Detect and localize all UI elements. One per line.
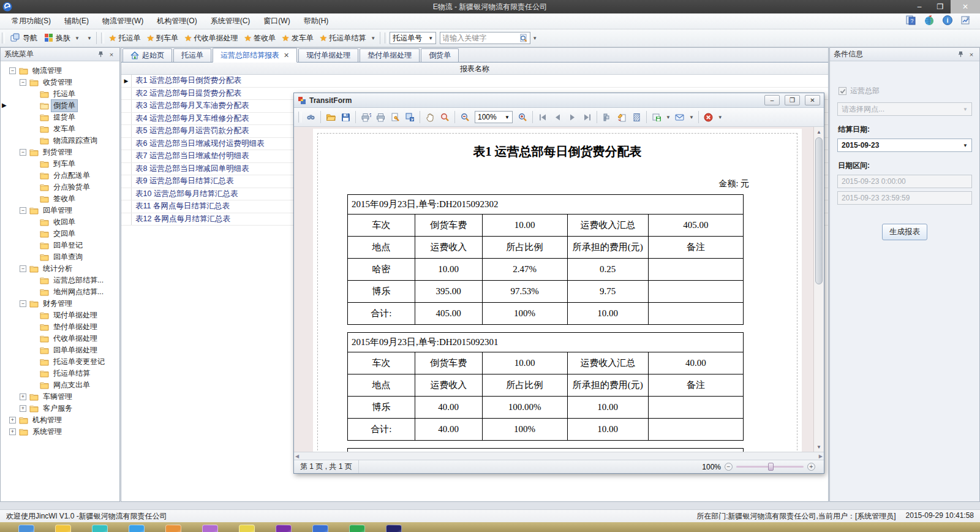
print-icon[interactable] bbox=[373, 110, 388, 124]
taskbar-icon-2[interactable] bbox=[92, 525, 108, 532]
taskbar-icon-5[interactable] bbox=[202, 525, 218, 532]
pan-icon[interactable] bbox=[423, 110, 437, 124]
taskbar-icon-8[interactable] bbox=[312, 525, 328, 532]
taskbar-icon-3[interactable] bbox=[129, 525, 145, 532]
menu-item-4[interactable]: 系统管理(C) bbox=[204, 13, 257, 29]
hq-checkbox[interactable] bbox=[839, 87, 846, 95]
zoom-out-icon[interactable] bbox=[458, 110, 472, 124]
dropdown-icon[interactable]: ▼ bbox=[687, 115, 696, 120]
find-icon[interactable] bbox=[303, 110, 318, 124]
tree-item-提货单[interactable]: 提货单 bbox=[1, 112, 119, 123]
favorite-2[interactable]: ★代收单据处理 bbox=[181, 31, 241, 45]
tab-close-icon[interactable]: ✕ bbox=[284, 51, 289, 59]
open-icon[interactable] bbox=[323, 110, 338, 124]
menu-item-6[interactable]: 帮助(H) bbox=[297, 13, 336, 29]
page-setup-icon[interactable] bbox=[388, 110, 402, 124]
pin-icon[interactable] bbox=[956, 50, 965, 59]
bookmark-icon[interactable] bbox=[600, 110, 614, 124]
search-input[interactable] bbox=[442, 34, 519, 42]
minimize-button[interactable]: – bbox=[909, 0, 930, 13]
zoom-slider[interactable] bbox=[736, 466, 804, 468]
collapse-icon[interactable]: − bbox=[9, 67, 16, 74]
taskbar-icon-6[interactable] bbox=[239, 525, 255, 532]
scroll-thumb[interactable] bbox=[815, 137, 823, 284]
menu-item-3[interactable]: 机构管理(O) bbox=[150, 13, 203, 29]
expand-icon[interactable]: + bbox=[20, 405, 26, 412]
globe-icon[interactable] bbox=[924, 15, 935, 26]
search-icon[interactable] bbox=[519, 34, 528, 43]
tf-close-button[interactable]: ✕ bbox=[805, 95, 820, 105]
navigate-button[interactable]: 导航 bbox=[7, 31, 41, 45]
tree-item-倒货单[interactable]: 倒货单 bbox=[1, 100, 119, 112]
expand-icon[interactable]: + bbox=[9, 428, 16, 435]
tab-现付单据处理[interactable]: 现付单据处理 bbox=[298, 48, 358, 62]
expand-icon[interactable]: + bbox=[9, 417, 16, 424]
pin-icon[interactable] bbox=[96, 50, 105, 59]
close-red-icon[interactable] bbox=[701, 110, 716, 124]
horizontal-scrollbar[interactable]: ◀ ▶ bbox=[294, 452, 824, 460]
skin-dropdown-icon[interactable]: ▼ bbox=[73, 36, 81, 41]
tree-item-分点配送单[interactable]: 分点配送单 bbox=[1, 170, 119, 181]
close-button[interactable]: ✕ bbox=[951, 0, 980, 13]
next-page-icon[interactable] bbox=[565, 110, 579, 124]
tree-item-代收单据处理[interactable]: 代收单据处理 bbox=[1, 333, 119, 344]
tree-item-到车单[interactable]: 到车单 bbox=[1, 158, 119, 170]
skin-button[interactable]: 换肤 ▼ bbox=[41, 31, 85, 45]
first-page-icon[interactable] bbox=[535, 110, 550, 124]
search-overflow-icon[interactable]: ▼ bbox=[530, 36, 539, 41]
tree-item-到货管理[interactable]: −到货管理 bbox=[1, 146, 119, 158]
tab-倒货单[interactable]: 倒货单 bbox=[421, 48, 459, 62]
menu-item-1[interactable]: 辅助(E) bbox=[58, 13, 96, 29]
favorite-5[interactable]: ★托运单结算 bbox=[317, 31, 369, 45]
tree-item-回单登记[interactable]: 回单登记 bbox=[1, 240, 119, 251]
tree-item-签收单[interactable]: 签收单 bbox=[1, 193, 119, 205]
watermark-icon[interactable] bbox=[629, 110, 644, 124]
tree-item-托运单结算[interactable]: 托运单结算 bbox=[1, 368, 119, 379]
zoom-select-icon[interactable] bbox=[437, 110, 452, 124]
scroll-up-icon[interactable]: ▲ bbox=[814, 127, 824, 137]
tf-minimize-button[interactable]: – bbox=[764, 95, 780, 105]
tree-item-回单单据处理[interactable]: 回单单据处理 bbox=[1, 344, 119, 356]
menu-item-0[interactable]: 常用功能(S) bbox=[5, 13, 58, 29]
menu-item-5[interactable]: 窗口(W) bbox=[257, 13, 296, 29]
prev-page-icon[interactable] bbox=[550, 110, 565, 124]
scroll-right-icon[interactable]: ▶ bbox=[819, 454, 823, 459]
zoom-level-select[interactable]: 100%▼ bbox=[475, 111, 513, 123]
email-icon[interactable] bbox=[673, 110, 687, 124]
tree-item-发车单[interactable]: 发车单 bbox=[1, 123, 119, 135]
restore-button[interactable]: ❐ bbox=[930, 0, 951, 13]
tree-item-系统管理[interactable]: +系统管理 bbox=[1, 426, 119, 438]
tree-item-垫付单据处理[interactable]: 垫付单据处理 bbox=[1, 321, 119, 333]
tree-item-统计分析[interactable]: −统计分析 bbox=[1, 263, 119, 275]
transitform-titlebar[interactable]: TransitForm – ❐ ✕ bbox=[294, 93, 824, 108]
tree-item-车辆管理[interactable]: +车辆管理 bbox=[1, 391, 119, 403]
tree-item-财务管理[interactable]: −财务管理 bbox=[1, 298, 119, 310]
tab-起始页[interactable]: 起始页 bbox=[123, 48, 172, 62]
favorites-overflow-icon[interactable]: ▼ bbox=[369, 36, 377, 41]
tree-item-托运单[interactable]: 托运单 bbox=[1, 88, 119, 100]
taskbar-icon-0[interactable] bbox=[18, 525, 34, 532]
tree-item-运营总部结算...[interactable]: 运营总部结算... bbox=[1, 275, 119, 286]
tab-运营总部结算报表[interactable]: 运营总部结算报表✕ bbox=[213, 48, 297, 63]
tree-item-网点支出单[interactable]: 网点支出单 bbox=[1, 379, 119, 391]
taskbar-icon-10[interactable] bbox=[386, 525, 402, 532]
tree-item-机构管理[interactable]: +机构管理 bbox=[1, 414, 119, 426]
report-list-item[interactable]: ▶表1 运营总部每日倒货费分配表 bbox=[121, 75, 828, 88]
expand-icon[interactable]: + bbox=[20, 393, 26, 400]
tree-item-分点验货单[interactable]: 分点验货单 bbox=[1, 181, 119, 193]
zoom-plus-button[interactable]: + bbox=[807, 463, 815, 471]
collapse-icon[interactable]: − bbox=[20, 265, 26, 272]
zoom-minus-button[interactable]: − bbox=[725, 463, 733, 471]
toolbar-overflow-icon[interactable]: ▼ bbox=[85, 36, 94, 41]
taskbar-icon-7[interactable] bbox=[276, 525, 292, 532]
collapse-icon[interactable]: − bbox=[20, 79, 26, 86]
tf-maximize-button[interactable]: ❐ bbox=[785, 95, 800, 105]
favorite-0[interactable]: ★托运单 bbox=[106, 31, 144, 45]
fill-icon[interactable] bbox=[614, 110, 629, 124]
tree-item-回单管理[interactable]: −回单管理 bbox=[1, 205, 119, 216]
menu-item-2[interactable]: 物流管理(W) bbox=[96, 13, 150, 29]
toolbar-overflow-icon[interactable]: ▼ bbox=[716, 115, 725, 120]
vertical-scrollbar[interactable]: ▲ ▼ bbox=[813, 127, 824, 452]
print-query-icon[interactable]: ? bbox=[358, 110, 373, 124]
zoom-slider-thumb[interactable] bbox=[768, 463, 774, 471]
